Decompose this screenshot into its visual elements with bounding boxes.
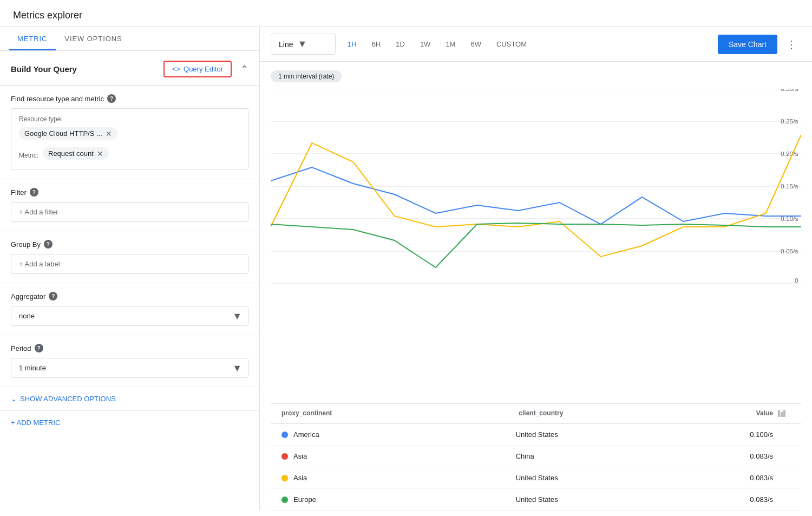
app-header: Metrics explorer — [0, 0, 812, 27]
resource-box: Resource type: Google Cloud HTTP/S ... ✕… — [11, 108, 248, 170]
aggregator-label: Aggregator ? — [11, 292, 248, 301]
chart-toolbar: Line ▼ 1H 6H 1D 1W 1M 6W CUSTOM Save Cha… — [260, 27, 812, 62]
legend-row: America United States 0.100/s — [271, 424, 801, 446]
main-layout: METRIC VIEW OPTIONS Build Your Query <> … — [0, 27, 812, 511]
time-1m-button[interactable]: 1M — [438, 36, 463, 53]
time-custom-button[interactable]: CUSTOM — [489, 36, 534, 53]
resource-type-chip: Google Cloud HTTP/S ... ✕ — [19, 127, 117, 140]
tabs: METRIC VIEW OPTIONS — [0, 27, 259, 51]
svg-rect-27 — [781, 412, 783, 417]
chart-type-label: Line — [279, 40, 293, 49]
section-title: Build Your Query — [11, 64, 77, 74]
period-label: Period ? — [11, 344, 248, 352]
time-6h-button[interactable]: 6H — [364, 36, 389, 53]
resource-help-icon[interactable]: ? — [107, 94, 116, 103]
legend-value-4: 0.083/s — [750, 495, 773, 504]
advanced-options-toggle[interactable]: ⌄ SHOW ADVANCED OPTIONS — [0, 387, 259, 410]
resource-type-label: Resource type: — [19, 115, 240, 123]
legend-country-3: United States — [516, 474, 750, 482]
legend-dot-3 — [281, 475, 288, 481]
metric-chip-close[interactable]: ✕ — [97, 150, 103, 158]
aggregator-help-icon[interactable]: ? — [49, 292, 57, 301]
legend-row: Asia China 0.083/s — [271, 446, 801, 467]
resource-type-chips: Google Cloud HTTP/S ... ✕ — [19, 127, 240, 143]
resource-section: Find resource type and metric ? Resource… — [0, 86, 259, 179]
app-title: Metrics explorer — [13, 10, 82, 21]
query-editor-button[interactable]: <> Query Editor — [163, 61, 232, 77]
section-header: Build Your Query <> Query Editor ⌃ — [0, 51, 259, 86]
right-panel: Line ▼ 1H 6H 1D 1W 1M 6W CUSTOM Save Cha… — [260, 27, 812, 511]
col-icon-header — [773, 409, 790, 418]
legend-dot-4 — [281, 497, 288, 503]
legend-value-2: 0.083/s — [750, 452, 773, 460]
code-icon: <> — [172, 65, 180, 73]
filter-help-icon[interactable]: ? — [30, 188, 38, 197]
svg-text:0.15/s: 0.15/s — [781, 183, 798, 189]
col-value: Value — [756, 409, 773, 418]
legend-row: Asia United States 0.083/s — [271, 467, 801, 489]
time-1d-button[interactable]: 1D — [388, 36, 412, 53]
time-1w-button[interactable]: 1W — [412, 36, 438, 53]
collapse-button[interactable]: ⌃ — [240, 63, 248, 75]
aggregator-section: Aggregator ? none mean sum min max ▼ — [0, 283, 259, 335]
period-select[interactable]: 1 minute 5 minutes 1 hour 1 day — [11, 358, 248, 378]
tab-metric[interactable]: METRIC — [9, 27, 56, 50]
legend-continent-4: Europe — [281, 495, 516, 504]
chart-type-dropdown-icon: ▼ — [297, 38, 307, 50]
left-panel: METRIC VIEW OPTIONS Build Your Query <> … — [0, 27, 260, 511]
legend-dot-1 — [281, 432, 288, 438]
resource-section-label: Find resource type and metric ? — [11, 94, 248, 103]
svg-rect-26 — [778, 410, 780, 417]
legend-continent-1: America — [281, 430, 516, 439]
add-metric-button[interactable]: + ADD METRIC — [0, 410, 259, 434]
chart-area: 1 min interval (rate) 0.30/s — [260, 62, 812, 511]
svg-text:0.25/s: 0.25/s — [781, 118, 798, 124]
chevron-down-icon: ⌄ — [11, 395, 17, 403]
svg-text:0.30/s: 0.30/s — [781, 89, 798, 92]
legend-value-1: 0.100/s — [750, 430, 773, 439]
time-6w-button[interactable]: 6W — [463, 36, 489, 53]
svg-text:0.05/s: 0.05/s — [781, 248, 798, 254]
filter-section: Filter ? + Add a filter — [0, 179, 259, 231]
legend-continent-3: Asia — [281, 474, 516, 482]
group-by-help-icon[interactable]: ? — [44, 240, 53, 249]
aggregator-select-wrapper: none mean sum min max ▼ — [11, 306, 248, 326]
group-by-input[interactable]: + Add a label — [11, 254, 248, 274]
legend-country-2: China — [516, 452, 750, 460]
legend-dot-2 — [281, 453, 288, 460]
app-container: Metrics explorer METRIC VIEW OPTIONS Bui… — [0, 0, 812, 516]
filter-label: Filter ? — [11, 188, 248, 197]
filter-input[interactable]: + Add a filter — [11, 202, 248, 222]
interval-badge: 1 min interval (rate) — [271, 70, 801, 89]
save-chart-button[interactable]: Save Chart — [718, 35, 777, 54]
legend-row: Europe United States 0.083/s — [271, 489, 801, 511]
legend-country-4: United States — [516, 495, 750, 504]
aggregator-select[interactable]: none mean sum min max — [11, 306, 248, 326]
legend-table: proxy_continent client_country Value Ame… — [271, 403, 801, 511]
legend-value-3: 0.083/s — [750, 474, 773, 482]
group-by-section: Group By ? + Add a label — [0, 231, 259, 283]
svg-rect-28 — [783, 410, 785, 417]
svg-text:0.10/s: 0.10/s — [781, 215, 798, 221]
svg-text:0: 0 — [795, 277, 798, 283]
tab-view-options[interactable]: VIEW OPTIONS — [56, 27, 130, 50]
legend-header: proxy_continent client_country Value — [271, 404, 801, 424]
left-content: Build Your Query <> Query Editor ⌃ Find … — [0, 51, 259, 511]
legend-country-1: United States — [516, 430, 750, 439]
metric-row: Metric: Request count ✕ — [19, 147, 240, 163]
resource-type-chip-close[interactable]: ✕ — [106, 130, 112, 138]
time-buttons: 1H 6H 1D 1W 1M 6W CUSTOM — [340, 36, 534, 53]
period-section: Period ? 1 minute 5 minutes 1 hour 1 day… — [0, 335, 259, 387]
svg-text:0.20/s: 0.20/s — [781, 151, 798, 156]
group-by-label: Group By ? — [11, 240, 248, 249]
metric-label: Metric: — [19, 152, 38, 159]
time-1h-button[interactable]: 1H — [340, 36, 364, 53]
chart-type-select[interactable]: Line ▼ — [271, 34, 336, 55]
more-options-button[interactable]: ⋮ — [782, 36, 801, 53]
legend-continent-2: Asia — [281, 452, 516, 460]
chart-svg-container: 0.30/s 0.25/s 0.20/s 0.15/s 0.10/s 0.05/… — [271, 89, 801, 399]
period-help-icon[interactable]: ? — [35, 344, 43, 352]
metric-chip: Request count ✕ — [43, 147, 109, 160]
period-select-wrapper: 1 minute 5 minutes 1 hour 1 day ▼ — [11, 358, 248, 378]
col-proxy-continent: proxy_continent — [281, 409, 519, 418]
